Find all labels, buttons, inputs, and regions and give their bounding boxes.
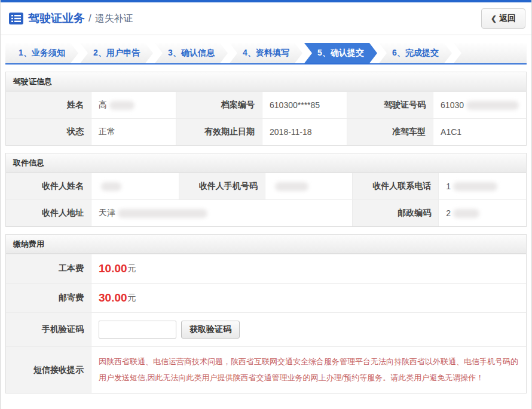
section-license-info: 驾驶证信息 姓名 高 档案编号 610300****85 驾驶证号码 61030… bbox=[5, 72, 527, 146]
sms-code-row: 获取验证码 bbox=[91, 312, 526, 346]
label-recipient-phone: 收件人联系电话 bbox=[352, 173, 438, 199]
section-title-license: 驾驶证信息 bbox=[6, 72, 526, 91]
label-recipient-name: 收件人姓名 bbox=[6, 173, 91, 199]
value-recipient-address: 天津 bbox=[91, 199, 352, 226]
value-vehicle-class: A1C1 bbox=[433, 118, 526, 145]
step-2-user-declaration[interactable]: 2、用户申告 bbox=[80, 43, 153, 63]
redacted-blur bbox=[118, 209, 207, 218]
mailing-fee-amount: 30.00 bbox=[99, 291, 127, 305]
sms-notice-text: 因陕西省联通、电信运营商技术问题，陕西省互联网交通安全综合服务管理平台无法向持陕… bbox=[99, 354, 519, 386]
section-title-pickup: 取件信息 bbox=[6, 153, 526, 173]
value-recipient-mobile bbox=[265, 173, 353, 199]
label-status: 状态 bbox=[6, 118, 91, 145]
redacted-blur bbox=[275, 182, 308, 191]
step-1-business-notice[interactable]: 1、业务须知 bbox=[5, 43, 78, 63]
section-pickup-info: 取件信息 收件人姓名 收件人手机号码 收件人联系电话 1 收件人地址 天津 邮政… bbox=[5, 153, 527, 227]
back-button[interactable]: ❮ 返回 bbox=[481, 8, 525, 29]
get-code-button[interactable]: 获取验证码 bbox=[181, 321, 240, 339]
breadcrumb-current: 遗失补证 bbox=[95, 13, 133, 25]
mailing-fee-unit: 元 bbox=[128, 293, 136, 303]
redacted-blur bbox=[453, 209, 479, 218]
value-license-number: 61030 bbox=[433, 91, 526, 118]
page-title: 驾驶证业务 bbox=[28, 11, 85, 26]
sms-code-input[interactable] bbox=[99, 321, 176, 339]
redacted-blur bbox=[101, 182, 121, 191]
value-mailing-fee: 30.00 元 bbox=[91, 283, 526, 312]
value-status: 正常 bbox=[91, 118, 176, 145]
label-mailing-fee: 邮寄费 bbox=[6, 283, 91, 312]
label-license-number: 驾驶证号码 bbox=[347, 91, 433, 118]
label-recipient-address: 收件人地址 bbox=[6, 199, 91, 226]
step-wizard: 1、业务须知 2、用户申告 3、确认信息 4、资料填写 5、确认提交 6、完成提… bbox=[5, 43, 527, 64]
value-expiry-date: 2018-11-18 bbox=[262, 118, 347, 145]
production-fee-amount: 10.00 bbox=[99, 262, 127, 275]
redacted-blur bbox=[453, 182, 497, 191]
header: 驾驶证业务 / 遗失补证 ❮ 返回 bbox=[1, 2, 531, 35]
label-sms-code: 手机验证码 bbox=[6, 312, 91, 346]
step-6-complete-submit[interactable]: 6、完成提交 bbox=[379, 43, 452, 63]
label-production-fee: 工本费 bbox=[6, 254, 91, 283]
list-icon bbox=[9, 13, 23, 24]
label-name: 姓名 bbox=[6, 91, 91, 118]
redacted-blur bbox=[109, 101, 134, 110]
section-fees: 缴纳费用 工本费 10.00 元 邮寄费 30.00 元 手机验证码 获取验证码… bbox=[5, 234, 527, 393]
page: 驾驶证业务 / 遗失补证 ❮ 返回 1、业务须知 2、用户申告 3、确认信息 4… bbox=[0, 0, 532, 409]
pickup-info-table: 收件人姓名 收件人手机号码 收件人联系电话 1 收件人地址 天津 邮政编码 2 bbox=[6, 173, 526, 226]
redacted-blur bbox=[466, 101, 519, 110]
value-postal-code: 2 bbox=[438, 199, 526, 226]
back-button-label: 返回 bbox=[499, 13, 516, 24]
value-file-number: 610300****85 bbox=[262, 91, 347, 118]
step-5-confirm-submit[interactable]: 5、确认提交 bbox=[304, 43, 377, 63]
value-recipient-name bbox=[91, 173, 179, 199]
license-info-table: 姓名 高 档案编号 610300****85 驾驶证号码 61030 状态 正常… bbox=[6, 91, 526, 145]
label-vehicle-class: 准驾车型 bbox=[347, 118, 433, 145]
value-production-fee: 10.00 元 bbox=[91, 254, 526, 283]
label-postal-code: 邮政编码 bbox=[352, 199, 438, 226]
production-fee-unit: 元 bbox=[128, 263, 136, 274]
fees-table: 工本费 10.00 元 邮寄费 30.00 元 手机验证码 获取验证码 短信接收… bbox=[6, 254, 526, 393]
breadcrumb-separator: / bbox=[88, 13, 91, 24]
back-chevron-icon: ❮ bbox=[491, 14, 497, 23]
label-expiry-date: 有效期止日期 bbox=[176, 118, 262, 145]
label-file-number: 档案编号 bbox=[176, 91, 262, 118]
section-title-fees: 缴纳费用 bbox=[6, 235, 526, 254]
sms-notice-row: 因陕西省联通、电信运营商技术问题，陕西省互联网交通安全综合服务管理平台无法向持陕… bbox=[91, 346, 526, 393]
label-sms-notice: 短信接收提示 bbox=[6, 346, 91, 393]
label-recipient-mobile: 收件人手机号码 bbox=[179, 173, 265, 199]
step-4-fill-data[interactable]: 4、资料填写 bbox=[230, 43, 302, 63]
value-name: 高 bbox=[91, 91, 176, 118]
step-3-confirm-info[interactable]: 3、确认信息 bbox=[155, 43, 228, 63]
value-recipient-phone: 1 bbox=[438, 173, 526, 199]
wizard-filler bbox=[454, 43, 527, 63]
